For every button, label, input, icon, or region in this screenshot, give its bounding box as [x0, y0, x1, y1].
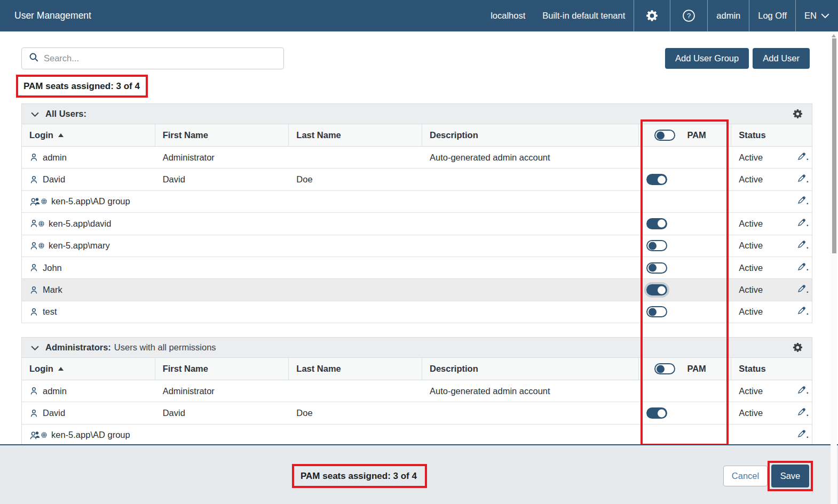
table-row[interactable]: test Active .: [22, 301, 812, 323]
column-header-first-name[interactable]: First Name: [155, 358, 289, 380]
scrollbar-thumb[interactable]: [832, 38, 836, 253]
table-row[interactable]: David David Doe Active .: [22, 169, 812, 190]
edit-button[interactable]: .: [796, 151, 809, 164]
pam-cell: [639, 147, 731, 168]
status-text: Active: [739, 285, 763, 295]
settings-button[interactable]: [634, 0, 670, 31]
pam-toggle[interactable]: [646, 262, 667, 274]
table-row[interactable]: admin Administrator Auto-generated admin…: [22, 380, 812, 402]
pam-toggle[interactable]: [646, 284, 667, 295]
tenant-label: Built-in default tenant: [534, 0, 634, 31]
pam-toggle[interactable]: [646, 174, 667, 185]
login-icon: [29, 430, 47, 440]
last-name-cell: [289, 257, 422, 278]
edit-button[interactable]: .: [796, 195, 809, 207]
help-button[interactable]: ?: [670, 0, 707, 31]
last-name-cell: [289, 213, 422, 234]
last-name-cell: [289, 235, 422, 257]
pam-cell: [639, 235, 731, 257]
all-users-section-header[interactable]: All Users:: [21, 103, 812, 124]
pam-column-toggle[interactable]: [654, 130, 675, 141]
section-subtitle: Users with all permissions: [114, 342, 216, 353]
login-text: John: [43, 263, 62, 273]
edit-button[interactable]: .: [796, 262, 809, 274]
first-name-cell: [155, 301, 289, 323]
pam-toggle[interactable]: [646, 407, 667, 419]
status-cell: Active .: [731, 169, 812, 190]
table-header-row: Login First Name Last Name Description P…: [21, 124, 812, 147]
status-cell: Active .: [731, 380, 812, 402]
login-text: admin: [43, 386, 67, 396]
pam-toggle[interactable]: [646, 306, 667, 317]
table-row[interactable]: admin Administrator Auto-generated admin…: [22, 147, 812, 169]
pam-column-toggle[interactable]: [654, 363, 675, 374]
table-row[interactable]: ken-5.app\AD group .: [22, 425, 812, 444]
table-row[interactable]: John Active .: [22, 257, 812, 279]
pam-seats-top: PAM seats assigned: 3 of 4: [16, 75, 148, 98]
chevron-down-icon: [31, 343, 39, 353]
last-name-cell: Doe: [289, 169, 422, 190]
pam-toggle[interactable]: [646, 218, 667, 229]
column-header-first-name[interactable]: First Name: [155, 124, 289, 146]
section-title: Administrators:: [45, 342, 111, 353]
first-name-cell: [155, 257, 289, 278]
description-cell: [422, 235, 639, 257]
navbar-right: localhost Built-in default tenant ? admi…: [482, 0, 838, 31]
cancel-button[interactable]: Cancel: [723, 466, 768, 486]
vertical-scrollbar[interactable]: [831, 31, 837, 504]
log-off-button[interactable]: Log Off: [749, 0, 795, 31]
status-text: Active: [739, 153, 763, 163]
first-name-cell: [155, 235, 289, 257]
table-row[interactable]: Mark Active .: [22, 279, 812, 301]
column-header-description[interactable]: Description: [422, 124, 639, 146]
pam-cell: [639, 279, 731, 300]
search-input[interactable]: [44, 48, 283, 69]
scrollbar-up-arrow[interactable]: [832, 34, 836, 37]
first-name-cell: Administrator: [155, 147, 289, 168]
status-cell: .: [731, 425, 812, 444]
column-header-login[interactable]: Login: [22, 358, 155, 380]
pam-toggle[interactable]: [646, 240, 667, 251]
column-header-last-name[interactable]: Last Name: [289, 358, 422, 380]
first-name-cell: [155, 191, 289, 212]
column-header-pam: PAM: [639, 358, 731, 380]
edit-button[interactable]: .: [796, 407, 809, 419]
section-settings-button[interactable]: [793, 109, 803, 119]
column-header-status[interactable]: Status: [731, 124, 812, 146]
language-selector[interactable]: EN: [795, 0, 838, 31]
login-cell: ken-5.app\AD group: [22, 425, 155, 444]
edit-button[interactable]: .: [796, 429, 809, 441]
first-name-cell: Administrator: [155, 380, 289, 402]
pencil-icon: [796, 173, 807, 186]
gear-icon: [793, 109, 803, 119]
login-icon: [29, 175, 38, 185]
edit-button[interactable]: .: [796, 173, 809, 186]
column-header-status[interactable]: Status: [731, 358, 812, 380]
edit-button[interactable]: .: [796, 218, 809, 230]
last-name-cell: [289, 301, 422, 323]
add-user-group-button[interactable]: Add User Group: [665, 48, 749, 69]
column-header-description[interactable]: Description: [422, 358, 639, 380]
login-icon: [29, 285, 38, 295]
administrators-section-header[interactable]: Administrators: Users with all permissio…: [21, 337, 812, 358]
edit-button[interactable]: .: [796, 239, 809, 252]
description-cell: Auto-generated admin account: [422, 147, 639, 168]
edit-button[interactable]: .: [796, 306, 809, 318]
edit-button[interactable]: .: [796, 385, 809, 397]
table-row[interactable]: ken-5.app\mary Active .: [22, 235, 812, 257]
column-header-last-name[interactable]: Last Name: [289, 124, 422, 146]
login-icon: [29, 263, 38, 273]
section-settings-button[interactable]: [793, 342, 803, 353]
edit-button[interactable]: .: [796, 284, 809, 296]
table-row[interactable]: David David Doe Active .: [22, 402, 812, 424]
current-user-button[interactable]: admin: [707, 0, 749, 31]
column-header-login[interactable]: Login: [22, 124, 155, 146]
table-row[interactable]: ken-5.app\david Active .: [22, 213, 812, 235]
save-button[interactable]: Save: [771, 465, 809, 487]
first-name-cell: David: [155, 169, 289, 190]
add-user-button[interactable]: Add User: [753, 48, 810, 69]
table-row[interactable]: ken-5.app\AD group .: [22, 191, 812, 213]
pencil-icon: [796, 306, 807, 318]
pam-cell: [639, 402, 731, 423]
status-cell: Active .: [731, 147, 812, 168]
